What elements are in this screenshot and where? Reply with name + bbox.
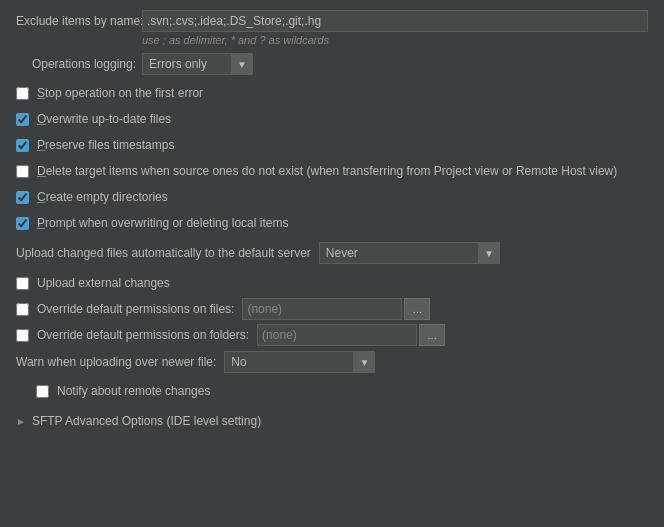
cb-upload-external-label: Upload external changes [37, 276, 170, 290]
override-folders-btn[interactable]: ... [419, 324, 445, 346]
checkbox-prompt-overwrite-row: Prompt when overwriting or deleting loca… [16, 212, 648, 234]
exclude-items-row: Exclude items by name: [16, 10, 648, 32]
upload-changed-label: Upload changed files automatically to th… [16, 246, 311, 260]
upload-external-row: Upload external changes [16, 272, 648, 294]
cb-create-dirs-label: Create empty directories [37, 190, 168, 204]
cb-delete-target[interactable] [16, 165, 29, 178]
upload-changed-row: Upload changed files automatically to th… [16, 240, 648, 266]
upload-changed-select-wrapper: Never Always On explicit save action ▼ [319, 242, 500, 264]
override-folders-input[interactable] [257, 324, 417, 346]
upload-changed-arrow[interactable]: ▼ [478, 242, 500, 264]
operations-select[interactable]: Errors only All None [142, 53, 232, 75]
sftp-advanced-row[interactable]: ► SFTP Advanced Options (IDE level setti… [16, 410, 648, 432]
cb-delete-target-label: Delete target items when source ones do … [37, 164, 617, 178]
cb-overwrite[interactable] [16, 113, 29, 126]
exclude-hint: use ; as delimiter, * and ? as wildcards [142, 34, 648, 46]
cb-stop-error-label: Stop operation on the first error [37, 86, 203, 100]
cb-override-files[interactable] [16, 303, 29, 316]
override-files-input[interactable] [242, 298, 402, 320]
exclude-input[interactable] [142, 10, 648, 32]
cb-override-folders[interactable] [16, 329, 29, 342]
exclude-label: Exclude items by name: [16, 14, 136, 28]
override-files-row: Override default permissions on files: .… [16, 298, 648, 320]
cb-preserve-label: Preserve files timestamps [37, 138, 174, 152]
warn-newer-label: Warn when uploading over newer file: [16, 355, 216, 369]
warn-newer-arrow[interactable]: ▼ [353, 351, 375, 373]
override-files-label: Override default permissions on files: [37, 302, 234, 316]
operations-dropdown-arrow[interactable]: ▼ [231, 53, 253, 75]
cb-overwrite-label: Overwrite up-to-date files [37, 112, 171, 126]
override-folders-row: Override default permissions on folders:… [16, 324, 648, 346]
cb-notify-remote[interactable] [36, 385, 49, 398]
checkbox-preserve-timestamps-row: Preserve files timestamps [16, 134, 648, 156]
operations-logging-row: Operations logging: Errors only All None… [16, 52, 648, 76]
operations-label: Operations logging: [16, 57, 136, 71]
upload-changed-select[interactable]: Never Always On explicit save action [319, 242, 479, 264]
settings-panel: Exclude items by name: use ; as delimite… [0, 0, 664, 442]
sftp-arrow-icon: ► [16, 416, 26, 427]
override-files-btn[interactable]: ... [404, 298, 430, 320]
cb-preserve-timestamps[interactable] [16, 139, 29, 152]
warn-newer-row: Warn when uploading over newer file: No … [16, 350, 648, 374]
warn-newer-select[interactable]: No Yes [224, 351, 354, 373]
operations-select-wrapper: Errors only All None ▼ [142, 53, 253, 75]
warn-newer-select-wrapper: No Yes ▼ [224, 351, 375, 373]
checkbox-overwrite-row: Overwrite up-to-date files [16, 108, 648, 130]
checkbox-create-dirs-row: Create empty directories [16, 186, 648, 208]
checkbox-delete-target-row: Delete target items when source ones do … [16, 160, 648, 182]
cb-create-dirs[interactable] [16, 191, 29, 204]
notify-remote-row: Notify about remote changes [36, 380, 648, 402]
sftp-advanced-label: SFTP Advanced Options (IDE level setting… [32, 414, 261, 428]
checkbox-stop-on-error: Stop operation on the first error [16, 82, 648, 104]
cb-prompt-overwrite-label: Prompt when overwriting or deleting loca… [37, 216, 288, 230]
override-folders-label: Override default permissions on folders: [37, 328, 249, 342]
cb-prompt-overwrite[interactable] [16, 217, 29, 230]
cb-notify-remote-label: Notify about remote changes [57, 384, 210, 398]
cb-stop-error[interactable] [16, 87, 29, 100]
cb-upload-external[interactable] [16, 277, 29, 290]
